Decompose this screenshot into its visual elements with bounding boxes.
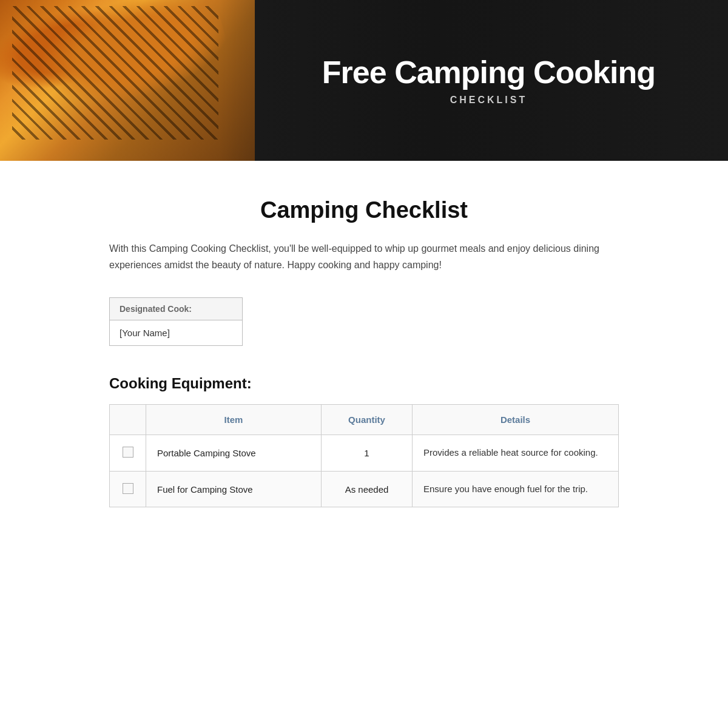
table-row: Portable Camping Stove1Provides a reliab…: [110, 435, 619, 472]
checklist-table: Item Quantity Details Portable Camping S…: [109, 404, 619, 507]
table-header-row: Item Quantity Details: [110, 405, 619, 435]
page-header: Free Camping Cooking CHECKLIST: [0, 0, 728, 161]
checkbox-icon[interactable]: [123, 447, 133, 458]
main-content: Camping Checklist With this Camping Cook…: [61, 161, 667, 568]
col-header-quantity: Quantity: [322, 405, 413, 435]
header-text-block: Free Camping Cooking CHECKLIST: [79, 55, 728, 106]
checkbox-cell[interactable]: [110, 471, 146, 507]
header-subtitle: CHECKLIST: [322, 95, 655, 106]
cook-label: Designated Cook:: [110, 298, 242, 320]
item-name: Fuel for Camping Stove: [146, 471, 322, 507]
table-row: Fuel for Camping StoveAs neededEnsure yo…: [110, 471, 619, 507]
col-header-details: Details: [413, 405, 619, 435]
cook-card: Designated Cook: [Your Name]: [109, 297, 243, 346]
item-details: Ensure you have enough fuel for the trip…: [413, 471, 619, 507]
cook-value[interactable]: [Your Name]: [110, 320, 242, 345]
item-quantity: 1: [322, 435, 413, 472]
section-heading-equipment: Cooking Equipment:: [109, 375, 619, 392]
header-title: Free Camping Cooking: [322, 55, 655, 90]
item-quantity: As needed: [322, 471, 413, 507]
item-details: Provides a reliable heat source for cook…: [413, 435, 619, 472]
item-name: Portable Camping Stove: [146, 435, 322, 472]
col-header-item: Item: [146, 405, 322, 435]
checkbox-cell[interactable]: [110, 435, 146, 472]
intro-paragraph: With this Camping Cooking Checklist, you…: [109, 240, 619, 273]
checkbox-icon[interactable]: [123, 483, 133, 494]
col-header-check: [110, 405, 146, 435]
page-title: Camping Checklist: [109, 197, 619, 223]
